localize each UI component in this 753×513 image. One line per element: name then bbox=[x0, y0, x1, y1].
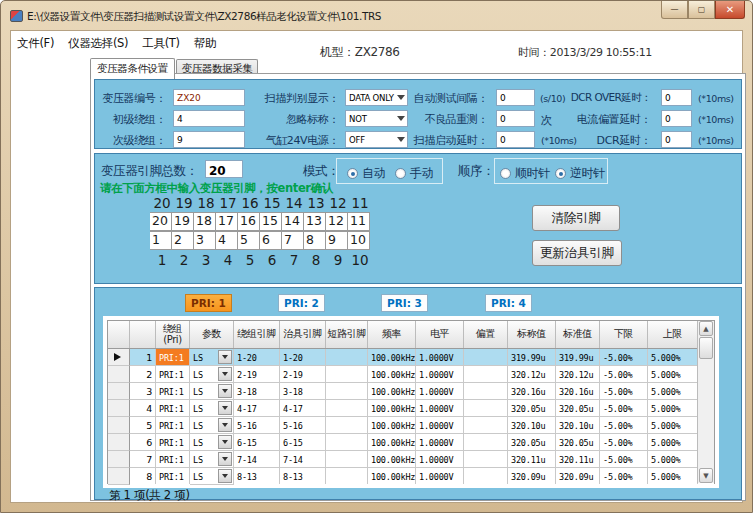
nominal-cell[interactable]: 320.10u bbox=[508, 417, 556, 434]
clear-pins-button[interactable]: 清除引脚 bbox=[532, 205, 620, 231]
retest-bad-input[interactable]: 0 bbox=[496, 110, 535, 127]
param-cell[interactable]: LS bbox=[190, 417, 234, 434]
row-selector-cell[interactable] bbox=[108, 400, 130, 417]
pin-cell-input[interactable]: 19 bbox=[172, 212, 194, 231]
auto-test-interval-input[interactable]: 0 bbox=[496, 89, 535, 106]
tab-condition-settings[interactable]: 变压器条件设置 bbox=[90, 58, 175, 79]
param-cell[interactable]: LS bbox=[190, 349, 234, 366]
menu-help[interactable]: 帮助 bbox=[188, 34, 224, 52]
pin-cell-input[interactable]: 20 bbox=[150, 212, 172, 231]
lower-limit-cell[interactable]: -5.00% bbox=[600, 434, 648, 451]
nominal-cell[interactable]: 320.09u bbox=[508, 468, 556, 485]
param-cell[interactable]: LS bbox=[190, 434, 234, 451]
frequency-cell[interactable]: 100.00kHz bbox=[368, 400, 416, 417]
short-pin-cell[interactable] bbox=[326, 383, 368, 400]
short-pin-cell[interactable] bbox=[326, 468, 368, 485]
pin-cell-input[interactable]: 16 bbox=[238, 212, 260, 231]
upper-limit-cell[interactable]: 5.000% bbox=[648, 417, 698, 434]
lower-limit-cell[interactable]: -5.00% bbox=[600, 366, 648, 383]
frequency-cell[interactable]: 100.00kHz bbox=[368, 434, 416, 451]
minimize-button[interactable]: — bbox=[661, 1, 688, 19]
lower-limit-cell[interactable]: -5.00% bbox=[600, 383, 648, 400]
row-selector-cell[interactable] bbox=[108, 434, 130, 451]
level-cell[interactable]: 1.0000V bbox=[416, 451, 464, 468]
primary-winding-input[interactable]: 4 bbox=[173, 110, 245, 127]
short-pin-cell[interactable] bbox=[326, 349, 368, 366]
pin-cell-input[interactable]: 8 bbox=[304, 231, 326, 250]
nominal-cell[interactable]: 320.16u bbox=[508, 383, 556, 400]
dropdown-button[interactable] bbox=[218, 452, 232, 466]
scroll-thumb[interactable] bbox=[699, 337, 713, 359]
table-row[interactable]: 2 PRI:1 LS 2-19 2-19 100.00kHz 1.0000V 3… bbox=[108, 366, 714, 383]
winding-pin-cell[interactable]: 2-19 bbox=[234, 366, 280, 383]
mode-manual-radio[interactable]: 手动 bbox=[395, 165, 433, 182]
winding-pin-cell[interactable]: 1-20 bbox=[234, 349, 280, 366]
jig-pin-cell[interactable]: 7-14 bbox=[280, 451, 326, 468]
pin-cell-input[interactable]: 11 bbox=[348, 212, 370, 231]
update-jig-pins-button[interactable]: 更新治具引脚 bbox=[532, 240, 622, 266]
jig-pin-cell[interactable]: 6-15 bbox=[280, 434, 326, 451]
table-vscrollbar[interactable]: ▲ ▼ bbox=[697, 321, 714, 483]
standard-cell[interactable]: 320.12u bbox=[556, 366, 600, 383]
level-cell[interactable]: 1.0000V bbox=[416, 434, 464, 451]
standard-cell[interactable]: 320.05u bbox=[556, 400, 600, 417]
pin-cell-input[interactable]: 1 bbox=[150, 231, 172, 250]
scroll-up-icon[interactable]: ▲ bbox=[699, 321, 713, 336]
bias-cell[interactable] bbox=[464, 400, 508, 417]
pin-cell-input[interactable]: 2 bbox=[172, 231, 194, 250]
upper-limit-cell[interactable]: 5.000% bbox=[648, 366, 698, 383]
scroll-down-icon[interactable]: ▼ bbox=[699, 468, 713, 483]
lower-limit-cell[interactable]: -5.00% bbox=[600, 468, 648, 485]
upper-limit-cell[interactable]: 5.000% bbox=[648, 400, 698, 417]
level-cell[interactable]: 1.0000V bbox=[416, 366, 464, 383]
row-selector-cell[interactable] bbox=[108, 349, 130, 366]
param-cell[interactable]: LS bbox=[190, 383, 234, 400]
bias-cell[interactable] bbox=[464, 417, 508, 434]
pri-tab-3[interactable]: PRI: 3 bbox=[381, 294, 428, 312]
pri-tab-4[interactable]: PRI: 4 bbox=[485, 294, 532, 312]
pri-tab-2[interactable]: PRI: 2 bbox=[278, 294, 325, 312]
dropdown-button[interactable] bbox=[218, 401, 232, 415]
standard-cell[interactable]: 320.09u bbox=[556, 468, 600, 485]
title-bar[interactable]: E:\仪器设置文件\变压器扫描测试设置文件\ZX2786样品老化设置文件\101… bbox=[1, 1, 752, 30]
row-selector-cell[interactable] bbox=[108, 451, 130, 468]
standard-cell[interactable]: 319.99u bbox=[556, 349, 600, 366]
pin-cell-input[interactable]: 4 bbox=[216, 231, 238, 250]
winding-pin-cell[interactable]: 4-17 bbox=[234, 400, 280, 417]
ignore-nominal-select[interactable]: NOT bbox=[345, 110, 408, 127]
cylinder-24v-select[interactable]: OFF bbox=[345, 131, 408, 148]
short-pin-cell[interactable] bbox=[326, 400, 368, 417]
winding-pin-cell[interactable]: 8-13 bbox=[234, 468, 280, 485]
table-row[interactable]: 3 PRI:1 LS 3-18 3-18 100.00kHz 1.0000V 3… bbox=[108, 383, 714, 400]
scan-start-delay-input[interactable]: 0 bbox=[496, 131, 535, 148]
dropdown-button[interactable] bbox=[218, 350, 232, 364]
current-bias-delay-input[interactable]: 0 bbox=[661, 110, 692, 127]
dcr-delay-input[interactable]: 0 bbox=[661, 131, 692, 148]
pin-cell-input[interactable]: 18 bbox=[194, 212, 216, 231]
winding-pin-cell[interactable]: 7-14 bbox=[234, 451, 280, 468]
frequency-cell[interactable]: 100.00kHz bbox=[368, 349, 416, 366]
bias-cell[interactable] bbox=[464, 383, 508, 400]
level-cell[interactable]: 1.0000V bbox=[416, 417, 464, 434]
short-pin-cell[interactable] bbox=[326, 451, 368, 468]
pin-cell-input[interactable]: 5 bbox=[238, 231, 260, 250]
level-cell[interactable]: 1.0000V bbox=[416, 383, 464, 400]
level-cell[interactable]: 1.0000V bbox=[416, 468, 464, 485]
dropdown-button[interactable] bbox=[218, 435, 232, 449]
dropdown-button[interactable] bbox=[218, 418, 232, 432]
menu-instrument-select[interactable]: 仪器选择(S) bbox=[62, 34, 136, 52]
frequency-cell[interactable]: 100.00kHz bbox=[368, 451, 416, 468]
lower-limit-cell[interactable]: -5.00% bbox=[600, 400, 648, 417]
pin-cell-input[interactable]: 10 bbox=[348, 231, 370, 250]
upper-limit-cell[interactable]: 5.000% bbox=[648, 434, 698, 451]
nominal-cell[interactable]: 319.99u bbox=[508, 349, 556, 366]
standard-cell[interactable]: 320.11u bbox=[556, 451, 600, 468]
winding-pin-cell[interactable]: 5-16 bbox=[234, 417, 280, 434]
bias-cell[interactable] bbox=[464, 349, 508, 366]
jig-pin-cell[interactable]: 8-13 bbox=[280, 468, 326, 485]
lower-limit-cell[interactable]: -5.00% bbox=[600, 349, 648, 366]
level-cell[interactable]: 1.0000V bbox=[416, 349, 464, 366]
mode-auto-radio[interactable]: 自动 bbox=[347, 165, 385, 182]
param-cell[interactable]: LS bbox=[190, 366, 234, 383]
row-selector-cell[interactable] bbox=[108, 366, 130, 383]
